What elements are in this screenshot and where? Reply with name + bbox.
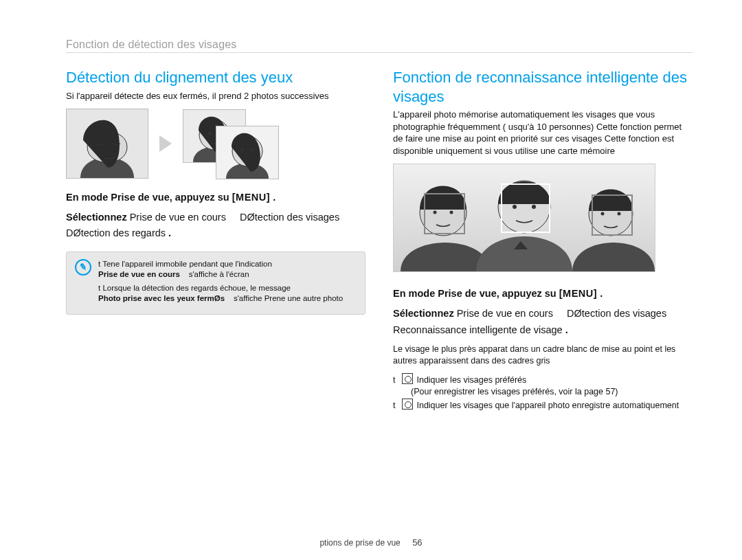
r-step2-opt3: Reconnaissance intelligente de visage — [393, 324, 563, 335]
svg-point-8 — [251, 148, 254, 151]
face-frame-gray-1 — [424, 193, 465, 234]
left-column: Détection du clignement des yeux Si l'ap… — [66, 68, 366, 412]
info-line2-hl: Photo prise avec les yeux fermØs — [98, 294, 225, 302]
svg-point-7 — [241, 148, 244, 151]
arrow-right-icon — [159, 135, 172, 152]
face-frame-preferred-icon — [402, 373, 413, 384]
r-step2-opt2: DØtection des visages — [567, 308, 666, 319]
right-explain: Le visage le plus près apparat dans un c… — [393, 344, 693, 368]
info-text: t Tene l'appareil immobile pendant que l… — [98, 259, 358, 307]
step2-opt2: DØtection des visages — [240, 212, 339, 223]
footer-section: ptions de prise de vue — [319, 538, 400, 548]
page-number: 56 — [412, 537, 422, 548]
bullet-marker2: t — [393, 401, 395, 410]
photo-eyes-open-2 — [216, 126, 279, 179]
svg-point-3 — [208, 132, 211, 135]
right-step-2: Sélectionnez Prise de vue en cours DØtec… — [393, 306, 693, 337]
blink-illustration — [66, 109, 366, 179]
left-heading: Détection du clignement des yeux — [66, 68, 366, 87]
page-header: Fonction de détection des visages — [66, 38, 693, 53]
bullet1-text: Indiquer les visages préférés — [416, 375, 526, 385]
info-line2-pre: t Lorsque la détection des regards échou… — [98, 284, 291, 292]
right-bullets: t Indiquer les visages préférés (Pour en… — [393, 373, 693, 412]
bullet-marker: t — [393, 375, 395, 385]
step1-text: En mode Prise de vue, appuyez su — [66, 192, 229, 203]
right-column: Fonction de reconnaissance intelligente … — [393, 68, 693, 412]
left-step-2: Sélectionnez Prise de vue en cours DØtec… — [66, 210, 366, 241]
menu-label: [MENU] — [232, 192, 270, 203]
left-step-1: En mode Prise de vue, appuyez su [MENU] … — [66, 190, 366, 205]
photo-eyes-closed — [66, 109, 148, 179]
face-frame-auto-icon — [402, 399, 413, 410]
r-step1-dot: . — [600, 288, 603, 299]
page-footer: ptions de prise de vue 56 — [0, 537, 742, 548]
step2-label: Sélectionnez — [66, 212, 127, 223]
r-step2-dot: . — [565, 324, 568, 335]
r-step2-label: Sélectionnez — [393, 308, 454, 319]
step2-opt1: Prise de vue en cours — [130, 212, 226, 223]
r-step1-text: En mode Prise de vue, appuyez su — [393, 288, 556, 299]
info-line1-pre: t Tene l'appareil immobile pendant que l… — [98, 260, 272, 268]
info-line1-post: s'affiche à l'écran — [189, 270, 249, 278]
info-icon: ✎ — [75, 259, 91, 276]
info-box: ✎ t Tene l'appareil immobile pendant que… — [66, 251, 366, 315]
step2-opt3: DØtection des regards — [66, 227, 166, 238]
bullet1-sub: (Pour enregistrer les visages préférés, … — [411, 387, 618, 396]
right-heading: Fonction de reconnaissance intelligente … — [393, 68, 693, 106]
right-intro: L'appareil photo mémorise automatiquemen… — [393, 109, 693, 157]
step2-dot: . — [168, 227, 171, 238]
bullet2-text: Indiquer les visages que l'appareil phot… — [416, 401, 679, 410]
info-line1-hl: Prise de vue en cours — [98, 270, 180, 278]
step1-dot: . — [273, 192, 276, 203]
face-frame-white — [501, 183, 550, 233]
right-step-1: En mode Prise de vue, appuyez su [MENU] … — [393, 286, 693, 302]
r-menu-label: [MENU] — [559, 288, 597, 299]
r-step2-opt1: Prise de vue en cours — [457, 308, 553, 319]
info-line2-post: s'affiche Prene une autre photo — [234, 294, 343, 302]
group-photo-illustration — [393, 164, 655, 272]
face-frame-gray-2 — [592, 194, 633, 236]
left-intro: Si l'appareil détecte des eux fermés, il… — [66, 90, 366, 102]
